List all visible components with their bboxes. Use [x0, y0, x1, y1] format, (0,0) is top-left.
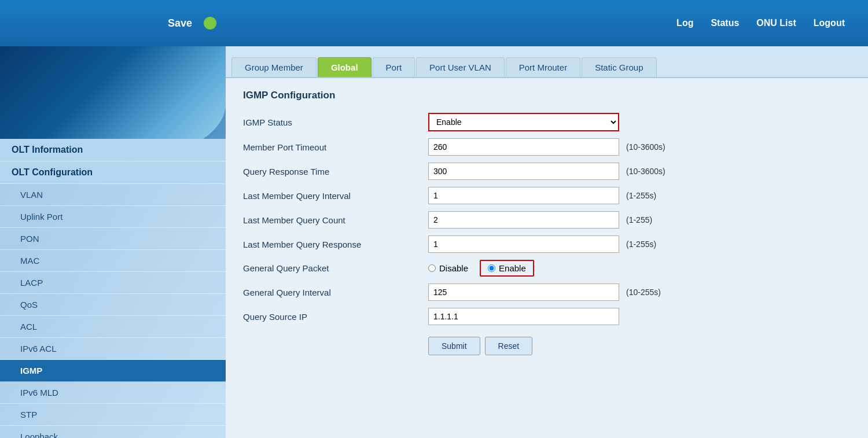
query-response-time-row: Query Response Time (10-3600s) — [243, 163, 851, 180]
tab-static-group[interactable]: Static Group — [582, 57, 656, 77]
reset-button[interactable]: Reset — [485, 337, 533, 355]
general-query-interval-row: General Query Interval (10-255s) — [243, 284, 851, 301]
sidebar-item-loopback[interactable]: Loopback — [0, 426, 226, 438]
igmp-status-row: IGMP Status Enable Disable — [243, 113, 851, 131]
top-bar-left: Save — [168, 17, 216, 30]
form-title: IGMP Configuration — [243, 90, 851, 101]
last-member-query-response-hint: (1-255s) — [626, 240, 656, 249]
last-member-query-response-input[interactable] — [428, 235, 619, 253]
igmp-status-select[interactable]: Enable Disable — [428, 113, 619, 131]
general-query-interval-hint: (10-255s) — [626, 288, 661, 297]
main-layout: OLT Information OLT Configuration VLAN U… — [0, 46, 868, 438]
tab-port[interactable]: Port — [373, 57, 415, 77]
form-content: IGMP Configuration IGMP Status Enable Di… — [226, 78, 868, 438]
general-query-packet-row: General Query Packet Disable Enable — [243, 260, 851, 277]
member-port-timeout-input[interactable] — [428, 138, 619, 156]
tab-port-user-vlan[interactable]: Port User VLAN — [416, 57, 505, 77]
last-member-query-count-row: Last Member Query Count (1-255) — [243, 211, 851, 229]
sidebar-item-mac[interactable]: MAC — [0, 250, 226, 272]
general-query-packet-enable-text: Enable — [499, 263, 526, 273]
log-link[interactable]: Log — [676, 18, 693, 28]
query-response-time-input[interactable] — [428, 163, 619, 180]
last-member-query-count-input[interactable] — [428, 211, 619, 229]
sidebar-item-uplink-port[interactable]: Uplink Port — [0, 206, 226, 228]
general-query-packet-radio-group: Disable Enable — [428, 260, 534, 277]
sidebar-item-igmp[interactable]: IGMP — [0, 360, 226, 382]
last-member-query-response-label: Last Member Query Response — [243, 240, 428, 249]
general-query-packet-disable-label[interactable]: Disable — [428, 263, 468, 273]
tab-port-mrouter[interactable]: Port Mrouter — [506, 57, 580, 77]
last-member-query-interval-row: Last Member Query Interval (1-255s) — [243, 187, 851, 204]
general-query-packet-enable-label[interactable]: Enable — [480, 260, 534, 277]
member-port-timeout-row: Member Port Timeout (10-3600s) — [243, 138, 851, 156]
sidebar-nav: OLT Information OLT Configuration VLAN U… — [0, 139, 226, 438]
last-member-query-count-label: Last Member Query Count — [243, 215, 428, 225]
sidebar-item-olt-information[interactable]: OLT Information — [0, 139, 226, 161]
general-query-packet-disable-text: Disable — [439, 263, 468, 273]
general-query-packet-enable-radio[interactable] — [488, 264, 495, 272]
submit-button[interactable]: Submit — [428, 337, 480, 355]
content-area: Group Member Global Port Port User VLAN … — [226, 46, 868, 438]
sidebar-item-qos[interactable]: QoS — [0, 294, 226, 316]
status-indicator — [204, 17, 216, 30]
last-member-query-response-row: Last Member Query Response (1-255s) — [243, 235, 851, 253]
query-response-time-hint: (10-3600s) — [626, 167, 665, 176]
sidebar-item-ipv6-mld[interactable]: IPv6 MLD — [0, 382, 226, 404]
general-query-interval-input[interactable] — [428, 284, 619, 301]
logout-link[interactable]: Logout — [814, 18, 845, 28]
sidebar-item-ipv6-acl[interactable]: IPv6 ACL — [0, 338, 226, 360]
sidebar-item-acl[interactable]: ACL — [0, 316, 226, 338]
sidebar: OLT Information OLT Configuration VLAN U… — [0, 46, 226, 438]
tab-group-member[interactable]: Group Member — [231, 57, 317, 77]
top-bar: Save Log Status ONU List Logout — [0, 0, 868, 46]
query-response-time-label: Query Response Time — [243, 167, 428, 176]
query-source-ip-input[interactable] — [428, 308, 619, 325]
general-query-packet-label: General Query Packet — [243, 263, 428, 273]
last-member-query-interval-hint: (1-255s) — [626, 191, 656, 200]
save-button[interactable]: Save — [168, 17, 192, 30]
igmp-status-label: IGMP Status — [243, 117, 428, 127]
sidebar-item-pon[interactable]: PON — [0, 228, 226, 250]
member-port-timeout-label: Member Port Timeout — [243, 142, 428, 152]
member-port-timeout-hint: (10-3600s) — [626, 142, 665, 152]
tab-global[interactable]: Global — [318, 57, 372, 77]
last-member-query-interval-label: Last Member Query Interval — [243, 191, 428, 201]
onu-list-link[interactable]: ONU List — [756, 18, 796, 28]
top-bar-right: Log Status ONU List Logout — [676, 18, 845, 28]
general-query-packet-disable-radio[interactable] — [428, 264, 436, 272]
tabs-bar: Group Member Global Port Port User VLAN … — [226, 46, 868, 78]
sidebar-item-vlan[interactable]: VLAN — [0, 184, 226, 206]
last-member-query-interval-input[interactable] — [428, 187, 619, 204]
sidebar-item-olt-configuration[interactable]: OLT Configuration — [0, 161, 226, 184]
button-row: Submit Reset — [428, 337, 851, 355]
query-source-ip-row: Query Source IP — [243, 308, 851, 325]
last-member-query-count-hint: (1-255) — [626, 215, 652, 224]
general-query-interval-label: General Query Interval — [243, 288, 428, 297]
status-link[interactable]: Status — [711, 18, 739, 28]
sidebar-item-lacp[interactable]: LACP — [0, 272, 226, 294]
query-source-ip-label: Query Source IP — [243, 312, 428, 322]
sidebar-item-stp[interactable]: STP — [0, 404, 226, 426]
